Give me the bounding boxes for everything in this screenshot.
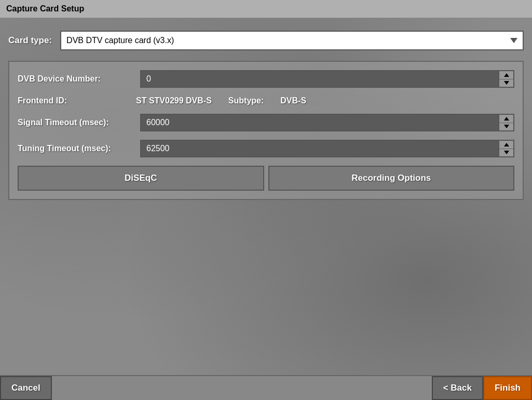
content-area: Card type: DVB DTV capture card (v3.x) D… [0, 18, 532, 375]
signal-timeout-input[interactable] [141, 115, 499, 130]
frontend-label: Frontend ID: [18, 96, 132, 105]
dvb-device-input[interactable] [141, 71, 499, 87]
dvb-device-down-button[interactable] [499, 79, 513, 87]
tuning-timeout-input[interactable] [141, 141, 499, 156]
recording-options-button[interactable]: Recording Options [268, 166, 515, 191]
chevron-up-icon [504, 116, 509, 122]
tuning-timeout-row: Tuning Timeout (msec): [18, 140, 514, 157]
signal-timeout-row: Signal Timeout (msec): [18, 114, 514, 131]
footer: Cancel < Back Finish [0, 375, 532, 400]
chevron-down-icon [504, 150, 509, 155]
card-type-dropdown-arrow-icon [510, 36, 517, 45]
dvb-device-up-button[interactable] [499, 71, 513, 79]
tuning-timeout-spinner-buttons [499, 141, 513, 156]
frontend-subtype-value: DVB-S [280, 96, 306, 105]
frontend-row: Frontend ID: ST STV0299 DVB-S Subtype: D… [18, 96, 514, 105]
main-window: Capture Card Setup Card type: DVB DTV ca… [0, 0, 532, 400]
signal-timeout-up-button[interactable] [499, 115, 513, 123]
signal-timeout-spinner[interactable] [140, 114, 514, 131]
dvb-device-row: DVB Device Number: [18, 70, 514, 88]
card-type-value: DVB DTV capture card (v3.x) [66, 36, 174, 45]
title-bar: Capture Card Setup [0, 0, 532, 18]
chevron-up-icon [504, 142, 509, 148]
action-buttons-row: DiSEqC Recording Options [18, 166, 514, 191]
tuning-timeout-down-button[interactable] [499, 149, 513, 157]
tuning-timeout-spinner[interactable] [140, 140, 514, 157]
finish-button[interactable]: Finish [483, 376, 532, 400]
card-type-dropdown[interactable]: DVB DTV capture card (v3.x) [60, 31, 524, 50]
card-type-row: Card type: DVB DTV capture card (v3.x) [8, 26, 524, 55]
window-title: Capture Card Setup [6, 4, 84, 13]
card-type-label: Card type: [8, 35, 52, 46]
chevron-down-icon [504, 80, 509, 86]
dvb-device-spinner-buttons [499, 71, 513, 87]
chevron-up-icon [504, 72, 509, 78]
frontend-subtype-label: Subtype: [228, 96, 264, 105]
cancel-button[interactable]: Cancel [0, 376, 52, 400]
bottom-spacer [8, 206, 524, 367]
tuning-timeout-label: Tuning Timeout (msec): [18, 144, 132, 153]
signal-timeout-label: Signal Timeout (msec): [18, 118, 132, 127]
tuning-timeout-up-button[interactable] [499, 141, 513, 149]
diseqc-button[interactable]: DiSEqC [18, 166, 264, 191]
dvb-device-label: DVB Device Number: [18, 74, 132, 84]
inner-panel: DVB Device Number: Frontend ID: [8, 61, 524, 200]
back-button[interactable]: < Back [432, 376, 483, 400]
frontend-id-value: ST STV0299 DVB-S [136, 96, 212, 105]
chevron-down-icon [504, 124, 509, 129]
signal-timeout-down-button[interactable] [499, 123, 513, 131]
signal-timeout-spinner-buttons [499, 115, 513, 130]
dvb-device-spinner[interactable] [140, 70, 514, 88]
